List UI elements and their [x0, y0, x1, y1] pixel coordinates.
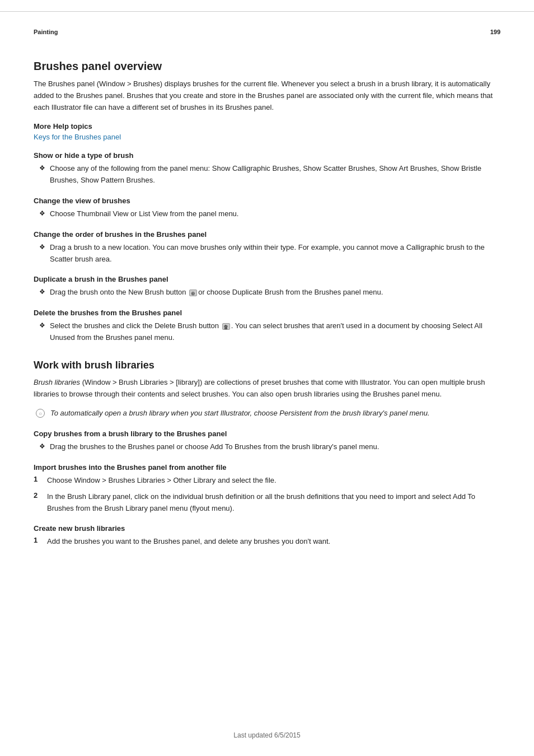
- import-step1-text: Choose Window > Brushes Libraries > Othe…: [47, 475, 277, 487]
- step-number: 1: [34, 536, 47, 544]
- delete-bullet: ❖ Select the brushes and click the Delet…: [34, 320, 500, 344]
- create-new-step1: 1 Add the brushes you want to the Brushe…: [34, 536, 500, 548]
- note-text: To automatically open a brush library wh…: [50, 408, 430, 419]
- step-number: 2: [34, 491, 47, 500]
- change-order-text: Drag a brush to a new location. You can …: [50, 242, 500, 265]
- page-number: 199: [490, 29, 500, 35]
- brushes-panel-intro: The Brushes panel (Window > Brushes) dis…: [34, 78, 500, 113]
- section-label: Painting: [34, 29, 58, 35]
- delete-brush-icon: 🗑: [222, 323, 230, 330]
- change-view-heading: Change the view of brushes: [34, 197, 500, 205]
- note-box: ○ To automatically open a brush library …: [34, 408, 500, 419]
- import-step1: 1 Choose Window > Brushes Libraries > Ot…: [34, 475, 500, 487]
- diamond-icon: ❖: [39, 442, 45, 450]
- footer-text: Last updated 6/5/2015: [233, 731, 300, 739]
- copy-text: Drag the brushes to the Brushes panel or…: [50, 441, 379, 453]
- footer: Last updated 6/5/2015: [0, 720, 534, 756]
- diamond-icon: ❖: [39, 321, 45, 329]
- top-bar: Painting 199: [0, 11, 534, 35]
- diamond-icon: ❖: [39, 209, 45, 217]
- brush-libraries-title: Work with brush libraries: [34, 360, 500, 371]
- import-heading: Import brushes into the Brushes panel fr…: [34, 463, 500, 472]
- duplicate-heading: Duplicate a brush in the Brushes panel: [34, 275, 500, 283]
- duplicate-bullet: ❖ Drag the brush onto the New Brush butt…: [34, 287, 500, 298]
- diamond-icon: ❖: [39, 288, 45, 296]
- diamond-icon: ❖: [39, 243, 45, 251]
- brush-libraries-intro: Brush libraries (Window > Brush Librarie…: [34, 377, 500, 400]
- show-hide-bullet: ❖ Choose any of the following from the p…: [34, 163, 500, 186]
- new-brush-icon: ⊕: [189, 290, 197, 296]
- show-hide-heading: Show or hide a type of brush: [34, 151, 500, 160]
- page: Painting 199 Brushes panel overview The …: [0, 0, 534, 756]
- import-step2: 2 In the Brush Library panel, click on t…: [34, 491, 500, 515]
- diamond-icon: ❖: [39, 164, 45, 172]
- create-new-step1-text: Add the brushes you want to the Brushes …: [47, 536, 330, 548]
- note-icon: ○: [36, 409, 45, 418]
- copy-bullet: ❖ Drag the brushes to the Brushes panel …: [34, 441, 500, 453]
- show-hide-text: Choose any of the following from the pan…: [50, 163, 500, 186]
- delete-heading: Delete the brushes from the Brushes pane…: [34, 309, 500, 317]
- copy-heading: Copy brushes from a brush library to the…: [34, 430, 500, 438]
- keys-brushes-panel-link[interactable]: Keys for the Brushes panel: [34, 133, 121, 141]
- create-new-heading: Create new brush libraries: [34, 524, 500, 533]
- import-step2-text: In the Brush Library panel, click on the…: [47, 491, 500, 515]
- change-view-bullet: ❖ Choose Thumbnail View or List View fro…: [34, 208, 500, 220]
- change-order-heading: Change the order of brushes in the Brush…: [34, 230, 500, 239]
- step-number: 1: [34, 475, 47, 483]
- change-view-text: Choose Thumbnail View or List View from …: [50, 208, 238, 220]
- brushes-panel-title: Brushes panel overview: [34, 60, 500, 73]
- delete-text: Select the brushes and click the Delete …: [50, 320, 500, 344]
- more-help-label: More Help topics: [34, 122, 500, 130]
- duplicate-text: Drag the brush onto the New Brush button…: [50, 287, 383, 298]
- change-order-bullet: ❖ Drag a brush to a new location. You ca…: [34, 242, 500, 265]
- content: Brushes panel overview The Brushes panel…: [0, 35, 534, 575]
